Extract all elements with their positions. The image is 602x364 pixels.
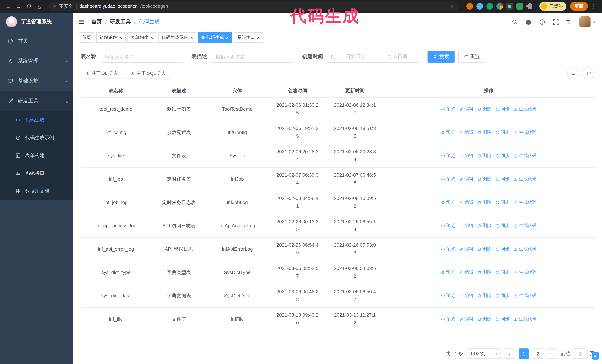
sync-link[interactable]: 同步 bbox=[495, 269, 510, 276]
sidebar-item-devtools[interactable]: 研发工具 ▴ bbox=[0, 91, 73, 111]
sidebar-item-system[interactable]: 系统管理 ▾ bbox=[0, 51, 73, 71]
fullscreen-icon[interactable] bbox=[553, 19, 559, 25]
extension-icon-2[interactable] bbox=[476, 3, 483, 10]
generate-code-link[interactable]: 生成代码 bbox=[513, 269, 537, 276]
delete-link[interactable]: 删除 bbox=[477, 292, 491, 299]
search-button[interactable]: 搜索 bbox=[428, 51, 455, 62]
edit-link[interactable]: 编辑 bbox=[459, 176, 473, 183]
sync-link[interactable]: 同步 bbox=[495, 152, 510, 159]
edit-link[interactable]: 编辑 bbox=[459, 292, 473, 299]
sync-link[interactable]: 同步 bbox=[495, 292, 510, 299]
sidebar-subitem-codegen-example[interactable]: 代码生成示例 bbox=[0, 129, 73, 147]
import-db-button[interactable]: 基于 DB 导入 bbox=[81, 68, 122, 79]
back-to-top-button[interactable] bbox=[592, 352, 599, 360]
generate-code-link[interactable]: 生成代码 bbox=[513, 129, 537, 136]
date-range-picker[interactable]: 开始日期 - 结束日期 bbox=[327, 51, 419, 62]
extension-icon-4[interactable] bbox=[496, 3, 503, 10]
sync-link[interactable]: 同步 bbox=[495, 199, 510, 206]
browser-menu-icon[interactable]: ⋮ bbox=[589, 2, 598, 11]
github-icon[interactable] bbox=[525, 19, 531, 25]
update-button[interactable]: 更新 bbox=[570, 2, 588, 11]
table-name-input[interactable] bbox=[100, 51, 183, 62]
tab-tracing[interactable]: 链路追踪 × bbox=[96, 32, 125, 42]
sidebar-subitem-codegen[interactable]: 代码生成 bbox=[0, 111, 73, 129]
close-icon[interactable]: × bbox=[150, 35, 153, 40]
tab-form-builder[interactable]: 表单构建 × bbox=[127, 32, 156, 42]
breadcrumb-devtools[interactable]: 研发工具 bbox=[110, 19, 131, 25]
edit-link[interactable]: 编辑 bbox=[459, 152, 473, 159]
sidebar-subitem-db-doc[interactable]: 数据库文档 bbox=[0, 182, 73, 200]
question-icon[interactable] bbox=[539, 19, 545, 25]
delete-link[interactable]: 删除 bbox=[477, 316, 491, 323]
user-avatar[interactable] bbox=[580, 16, 591, 27]
prev-page-button[interactable]: ‹ bbox=[505, 348, 515, 359]
next-page-button[interactable]: › bbox=[547, 348, 557, 359]
generate-code-link[interactable]: 生成代码 bbox=[513, 222, 537, 229]
extensions-puzzle-icon[interactable] bbox=[527, 4, 532, 9]
edit-link[interactable]: 编辑 bbox=[459, 129, 473, 136]
delete-link[interactable]: 删除 bbox=[477, 176, 491, 183]
font-size-icon[interactable]: TT bbox=[566, 19, 572, 25]
reload-icon[interactable] bbox=[24, 2, 33, 11]
generate-code-link[interactable]: 生成代码 bbox=[513, 152, 537, 159]
avatar-caret-icon[interactable]: ▾ bbox=[593, 20, 595, 24]
sync-link[interactable]: 同步 bbox=[495, 246, 510, 253]
app-logo[interactable]: 芋道管理系统 bbox=[0, 13, 73, 31]
preview-link[interactable]: 预览 bbox=[441, 222, 455, 229]
preview-link[interactable]: 预览 bbox=[441, 129, 455, 136]
forward-icon[interactable]: → bbox=[14, 2, 23, 11]
edit-link[interactable]: 编辑 bbox=[459, 246, 473, 253]
generate-code-link[interactable]: 生成代码 bbox=[513, 199, 537, 206]
sync-link[interactable]: 同步 bbox=[495, 106, 510, 113]
address-bar[interactable]: ⚠ 不安全 | dashboard.yudao.iocoder.cn/tool/… bbox=[48, 1, 459, 11]
preview-link[interactable]: 预览 bbox=[441, 246, 455, 253]
tab-home[interactable]: 首页 bbox=[79, 32, 95, 42]
generate-code-link[interactable]: 生成代码 bbox=[513, 246, 537, 253]
page-button-1[interactable]: 1 bbox=[519, 348, 529, 359]
edit-link[interactable]: 编辑 bbox=[459, 199, 473, 206]
table-desc-input[interactable] bbox=[211, 51, 294, 62]
close-icon[interactable]: × bbox=[190, 35, 193, 40]
bookmark-star-icon[interactable]: ☆ bbox=[450, 3, 455, 9]
sync-link[interactable]: 同步 bbox=[495, 316, 510, 323]
extension-icon-1[interactable] bbox=[466, 3, 473, 10]
tab-codegen-example[interactable]: 代码生成示例 × bbox=[158, 32, 196, 42]
paused-profile-chip[interactable]: 已暂停 bbox=[539, 2, 566, 11]
back-icon[interactable]: ← bbox=[4, 2, 13, 11]
close-icon[interactable]: × bbox=[257, 35, 260, 40]
toggle-search-button[interactable] bbox=[567, 67, 579, 79]
generate-code-link[interactable]: 生成代码 bbox=[513, 176, 537, 183]
preview-link[interactable]: 预览 bbox=[441, 152, 455, 159]
preview-link[interactable]: 预览 bbox=[441, 106, 455, 113]
delete-link[interactable]: 删除 bbox=[477, 222, 491, 229]
delete-link[interactable]: 删除 bbox=[477, 152, 491, 159]
preview-link[interactable]: 预览 bbox=[441, 199, 455, 206]
breadcrumb-current[interactable]: 代码生成 bbox=[139, 19, 160, 25]
refresh-table-button[interactable] bbox=[583, 67, 595, 79]
delete-link[interactable]: 删除 bbox=[477, 106, 491, 113]
edit-link[interactable]: 编辑 bbox=[459, 106, 473, 113]
import-sql-button[interactable]: 基于 SQL 导入 bbox=[126, 68, 170, 79]
sidebar-subitem-system-api[interactable]: 系统接口 bbox=[0, 164, 73, 182]
page-button-2[interactable]: 2 bbox=[533, 348, 543, 359]
close-icon[interactable]: × bbox=[119, 35, 122, 40]
delete-link[interactable]: 删除 bbox=[477, 199, 491, 206]
sync-link[interactable]: 同步 bbox=[495, 176, 510, 183]
sidebar-subitem-form-builder[interactable]: 表单构建 bbox=[0, 147, 73, 164]
hamburger-icon[interactable] bbox=[78, 19, 85, 25]
tab-system-api[interactable]: 系统接口 × bbox=[234, 32, 263, 42]
close-icon[interactable]: × bbox=[226, 35, 229, 40]
delete-link[interactable]: 删除 bbox=[477, 246, 491, 253]
goto-page-input[interactable] bbox=[573, 348, 588, 359]
preview-link[interactable]: 预览 bbox=[441, 176, 455, 183]
home-icon[interactable]: ⌂ bbox=[35, 2, 44, 11]
tab-codegen[interactable]: 代码生成 × bbox=[198, 32, 232, 42]
sync-link[interactable]: 同步 bbox=[495, 222, 510, 229]
sync-link[interactable]: 同步 bbox=[495, 129, 510, 136]
delete-link[interactable]: 删除 bbox=[477, 269, 491, 276]
breadcrumb-home[interactable]: 首页 bbox=[92, 19, 102, 25]
extension-icon-6[interactable] bbox=[516, 3, 523, 10]
preview-link[interactable]: 预览 bbox=[441, 316, 455, 323]
search-icon[interactable] bbox=[511, 19, 518, 25]
sidebar-item-home[interactable]: 首页 bbox=[0, 31, 73, 51]
